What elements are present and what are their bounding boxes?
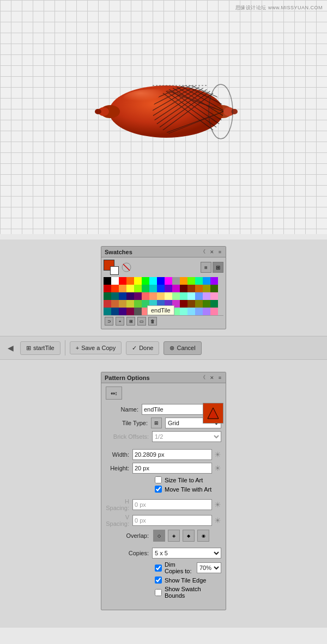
swatch-cell[interactable]	[104, 308, 111, 315]
swatch-cell[interactable]	[172, 285, 180, 292]
swatch-cell[interactable]	[203, 285, 210, 292]
swatch-cell[interactable]	[157, 300, 165, 308]
swatch-cell[interactable]	[104, 292, 111, 300]
swatch-cell[interactable]	[180, 300, 187, 308]
swatch-cell[interactable]	[142, 308, 149, 315]
dim-copies-checkbox[interactable]	[155, 565, 162, 572]
swatch-cell[interactable]	[195, 292, 203, 300]
transform-tile-btn[interactable]: ⇔↕	[106, 387, 122, 400]
swatch-cell[interactable]	[126, 285, 134, 292]
swatch-cell[interactable]	[165, 300, 172, 308]
swatch-cell[interactable]	[203, 277, 210, 285]
swatch-cell[interactable]	[149, 308, 157, 315]
overlap-btn-3[interactable]: ◆	[183, 530, 195, 542]
swatch-cell[interactable]	[157, 277, 165, 285]
swatch-cell[interactable]	[119, 292, 126, 300]
swatch-cell[interactable]	[149, 277, 157, 285]
swatch-cell[interactable]	[180, 285, 187, 292]
save-copy-btn[interactable]: + Save a Copy	[70, 341, 122, 354]
swatch-cell[interactable]	[210, 292, 218, 300]
swatch-cell[interactable]	[111, 292, 119, 300]
swatch-cell[interactable]	[134, 277, 142, 285]
swatch-cell[interactable]	[126, 308, 134, 315]
swatch-cell[interactable]	[157, 292, 165, 300]
swatch-cell[interactable]	[165, 285, 172, 292]
overlap-btn-2[interactable]: ◈	[168, 530, 180, 542]
swatch-cell[interactable]	[157, 285, 165, 292]
grid-view-btn[interactable]: ⊞	[213, 262, 223, 273]
swatch-cell[interactable]	[142, 292, 149, 300]
background-color[interactable]	[110, 266, 119, 275]
start-tile-btn[interactable]: ⊞ startTile	[20, 341, 60, 355]
swatches-close-btn[interactable]: ✕	[209, 249, 215, 255]
overlap-btn-4[interactable]: ◉	[197, 530, 209, 542]
swatch-cell[interactable]	[157, 308, 165, 315]
swatch-cell[interactable]	[172, 292, 180, 300]
swatch-cell[interactable]	[195, 308, 203, 315]
swatch-cell[interactable]	[149, 300, 157, 308]
swatch-cell[interactable]	[134, 292, 142, 300]
swatch-cell[interactable]	[210, 285, 218, 292]
swatch-cell[interactable]	[195, 300, 203, 308]
width-input[interactable]	[132, 449, 212, 460]
swatch-cell[interactable]	[195, 285, 203, 292]
swatch-cell[interactable]	[165, 292, 172, 300]
swatch-cell[interactable]	[203, 292, 210, 300]
h-spacing-input[interactable]	[132, 499, 212, 510]
swatch-cell[interactable]	[195, 277, 203, 285]
swatch-cell[interactable]	[165, 308, 172, 315]
swatches-menu-btn[interactable]: ≡	[217, 249, 222, 255]
grid-icon[interactable]: ⊞	[126, 317, 135, 326]
copies-select[interactable]: 5 x 5 3 x 3 7 x 7	[152, 548, 221, 559]
swatch-cell[interactable]	[187, 292, 195, 300]
swatch-cell[interactable]	[165, 277, 172, 285]
swatch-cell[interactable]	[180, 292, 187, 300]
swatch-cell[interactable]	[119, 285, 126, 292]
swatch-cell[interactable]	[187, 277, 195, 285]
swatch-cell[interactable]	[203, 308, 210, 315]
swatch-cell[interactable]	[172, 300, 180, 308]
dim-copies-select[interactable]: 70% 50% 30%	[197, 562, 221, 573]
swatch-cell[interactable]	[172, 277, 180, 285]
show-tile-edge-checkbox[interactable]	[155, 576, 162, 584]
cancel-btn[interactable]: ⊗ Cancel	[164, 341, 201, 355]
swatch-cell[interactable]	[126, 277, 134, 285]
color-selector[interactable]	[104, 260, 119, 275]
swatch-cell[interactable]	[149, 285, 157, 292]
folder-icon[interactable]: ▭	[137, 317, 146, 326]
pattern-close-btn[interactable]: ✕	[209, 375, 215, 381]
swatch-cell[interactable]	[104, 285, 111, 292]
swatch-cell[interactable]	[119, 308, 126, 315]
swatches-collapse-btn[interactable]: 《	[199, 248, 207, 255]
height-input[interactable]	[132, 463, 212, 474]
swatch-cell[interactable]	[180, 277, 187, 285]
swatches-grid[interactable]	[104, 277, 223, 315]
swatch-cell[interactable]	[142, 285, 149, 292]
swatch-cell[interactable]	[126, 292, 134, 300]
new-swatch-icon[interactable]: +	[116, 317, 124, 326]
none-icon[interactable]	[121, 262, 132, 273]
back-arrow[interactable]: ◀	[5, 341, 16, 354]
lasso-icon[interactable]: ⊃	[105, 317, 113, 326]
swatch-cell[interactable]	[134, 300, 142, 308]
swatch-cell[interactable]	[134, 308, 142, 315]
swatch-cell[interactable]	[180, 308, 187, 315]
swatch-cell[interactable]	[104, 277, 111, 285]
show-swatch-bounds-checkbox[interactable]	[155, 589, 162, 596]
swatch-cell[interactable]	[172, 308, 180, 315]
swatch-cell[interactable]	[104, 300, 111, 308]
swatch-cell[interactable]	[149, 292, 157, 300]
swatch-cell[interactable]	[111, 277, 119, 285]
delete-icon[interactable]: 🗑	[148, 317, 157, 326]
size-tile-checkbox[interactable]	[155, 476, 162, 483]
swatch-cell[interactable]	[210, 300, 218, 308]
brick-offsets-select[interactable]: 1/2 1/3 1/4	[152, 431, 221, 442]
move-tile-checkbox[interactable]	[155, 486, 162, 493]
pattern-menu-btn[interactable]: ≡	[217, 375, 222, 381]
swatch-cell[interactable]	[142, 277, 149, 285]
swatch-cell[interactable]	[187, 300, 195, 308]
swatch-cell[interactable]	[210, 308, 218, 315]
swatch-cell[interactable]	[187, 285, 195, 292]
swatch-cell[interactable]	[210, 277, 218, 285]
swatch-cell[interactable]	[111, 300, 119, 308]
